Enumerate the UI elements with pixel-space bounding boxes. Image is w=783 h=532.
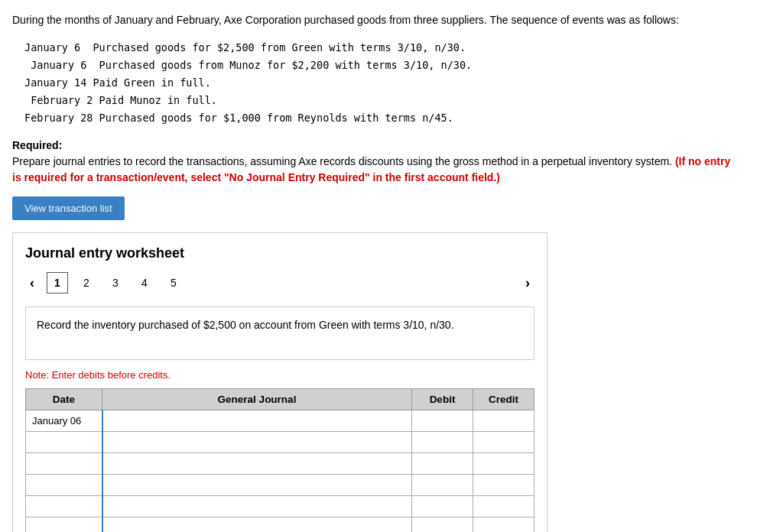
credit-input-2[interactable]	[479, 436, 528, 449]
journal-entry-cell-5[interactable]	[102, 495, 412, 517]
date-cell-2	[26, 431, 102, 453]
journal-entry-input-1[interactable]	[109, 414, 406, 427]
credit-input-1[interactable]	[479, 414, 528, 427]
worksheet-title: Journal entry worksheet	[25, 245, 534, 261]
required-body-text: Prepare journal entries to record the tr…	[12, 155, 672, 167]
journal-entry-input-5[interactable]	[109, 500, 406, 513]
journal-entry-input-3[interactable]	[109, 457, 406, 470]
event-1: January 6 Purchased goods for $2,500 fro…	[24, 39, 771, 57]
transaction-description: Record the inventory purchased of $2,500…	[25, 307, 534, 360]
table-row	[26, 495, 534, 517]
debit-cell-3[interactable]	[412, 453, 473, 474]
intro-text: During the months of January and Februar…	[12, 12, 731, 28]
journal-entry-cell-1[interactable]	[102, 410, 412, 431]
table-row	[26, 474, 534, 495]
table-row	[26, 453, 534, 474]
view-transaction-list-button[interactable]: View transaction list	[12, 196, 125, 220]
date-cell-4	[26, 474, 102, 495]
debit-cell-4[interactable]	[412, 474, 473, 495]
note-text: Note: Enter debits before credits.	[25, 369, 534, 381]
col-header-date: Date	[26, 388, 102, 410]
debit-cell-2[interactable]	[412, 431, 473, 453]
date-cell-1: January 06	[26, 410, 102, 431]
event-5: February 28 Purchased goods for $1,000 f…	[24, 109, 771, 127]
worksheet-container: Journal entry worksheet ‹ 1 2 3 4 5 › Re…	[12, 232, 547, 532]
page-tab-3[interactable]: 3	[105, 272, 126, 294]
credit-cell-3[interactable]	[473, 453, 534, 474]
debit-input-4[interactable]	[418, 478, 466, 491]
debit-input-2[interactable]	[418, 436, 466, 449]
journal-entry-cell-6[interactable]	[102, 517, 412, 532]
debit-input-6[interactable]	[418, 521, 466, 532]
col-header-credit: Credit	[473, 388, 534, 410]
event-3: January 14 Paid Green in full.	[24, 74, 771, 92]
table-row	[26, 431, 534, 453]
page-tab-1[interactable]: 1	[47, 272, 68, 294]
required-section: Required: Prepare journal entries to rec…	[12, 138, 731, 186]
page-tab-4[interactable]: 4	[134, 272, 155, 294]
prev-page-button[interactable]: ‹	[25, 272, 39, 294]
date-cell-3	[26, 453, 102, 474]
credit-cell-1[interactable]	[473, 410, 534, 431]
debit-input-5[interactable]	[418, 500, 466, 513]
debit-cell-6[interactable]	[412, 517, 473, 532]
next-page-button[interactable]: ›	[521, 272, 534, 294]
worksheet-nav: ‹ 1 2 3 4 5 ›	[25, 272, 534, 294]
credit-input-6[interactable]	[479, 521, 528, 532]
journal-table: Date General Journal Debit Credit Januar…	[25, 388, 534, 532]
debit-input-1[interactable]	[418, 414, 466, 427]
credit-cell-5[interactable]	[473, 495, 534, 517]
credit-cell-4[interactable]	[473, 474, 534, 495]
debit-cell-5[interactable]	[412, 495, 473, 517]
credit-input-5[interactable]	[479, 500, 528, 513]
debit-cell-1[interactable]	[412, 410, 473, 431]
required-label: Required:	[12, 139, 62, 151]
credit-input-3[interactable]	[479, 457, 528, 470]
event-4: February 2 Paid Munoz in full.	[24, 92, 771, 109]
table-row: January 06	[26, 410, 534, 431]
col-header-journal: General Journal	[102, 388, 412, 410]
journal-entry-cell-4[interactable]	[102, 474, 412, 495]
journal-entry-cell-3[interactable]	[102, 453, 412, 474]
table-row	[26, 517, 534, 532]
event-2: January 6 Purchased goods from Munoz for…	[24, 57, 771, 74]
journal-entry-cell-2[interactable]	[102, 431, 412, 453]
debit-input-3[interactable]	[418, 457, 466, 470]
events-block: January 6 Purchased goods for $2,500 fro…	[24, 39, 771, 127]
page-tab-2[interactable]: 2	[76, 272, 97, 294]
credit-cell-6[interactable]	[473, 517, 534, 532]
credit-input-4[interactable]	[479, 478, 528, 491]
journal-entry-input-6[interactable]	[109, 521, 406, 532]
date-cell-6	[26, 517, 102, 532]
journal-entry-input-4[interactable]	[109, 478, 406, 491]
page-tab-5[interactable]: 5	[163, 272, 184, 294]
col-header-debit: Debit	[412, 388, 473, 410]
credit-cell-2[interactable]	[473, 431, 534, 453]
journal-entry-input-2[interactable]	[109, 436, 406, 449]
date-cell-5	[26, 495, 102, 517]
